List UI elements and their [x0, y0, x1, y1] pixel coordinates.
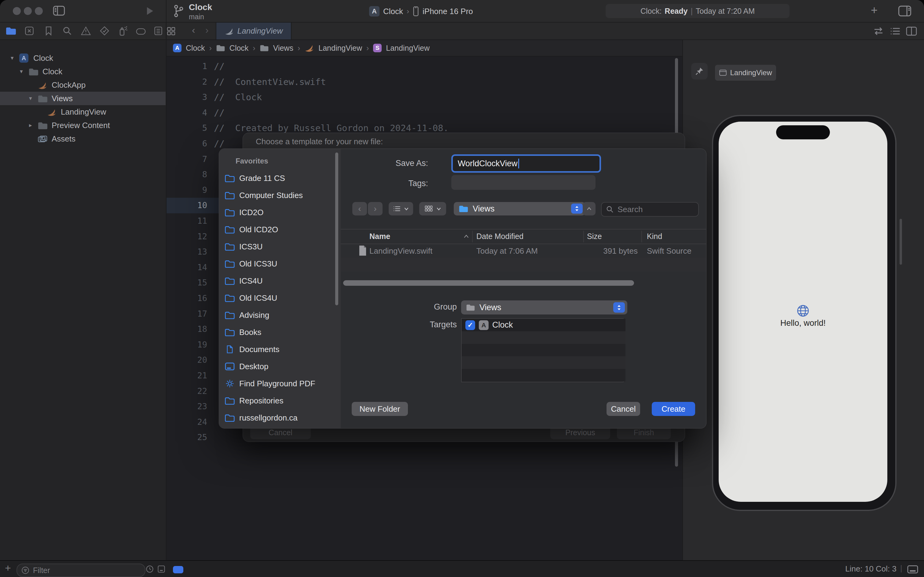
- save-as-field[interactable]: WorldClockView: [451, 154, 601, 172]
- group-popup[interactable]: Views: [461, 300, 627, 314]
- favorite-item-icd2o[interactable]: ICD2O: [225, 205, 332, 219]
- canvas-scrollbar[interactable]: [900, 219, 902, 265]
- column-date-modified[interactable]: Date Modified: [476, 232, 523, 241]
- file-row[interactable]: LandingView.swift Today at 7:06 AM 391 b…: [341, 243, 706, 258]
- sidebar-item-clock[interactable]: ▾AClock: [0, 52, 166, 65]
- close-button[interactable]: [13, 7, 21, 15]
- favorite-item-books[interactable]: Books: [225, 325, 332, 339]
- breadcrumb-item[interactable]: LandingView: [386, 44, 430, 53]
- filter-input[interactable]: [32, 566, 131, 575]
- scheme-selector[interactable]: A Clock › iPhone 16 Pro: [369, 5, 473, 17]
- favorite-item-old-icd2o[interactable]: Old ICD2O: [225, 222, 332, 237]
- preview-tab-pill[interactable]: LandingView: [715, 65, 776, 81]
- folder-icon: [38, 122, 48, 130]
- forward-button[interactable]: ›: [368, 202, 383, 216]
- add-file-button[interactable]: +: [5, 562, 11, 574]
- sidebar-item-assets[interactable]: Assets: [0, 132, 166, 145]
- favorite-item-russellgordon-ca[interactable]: russellgordon.ca: [225, 411, 332, 425]
- column-divider[interactable]: [641, 231, 642, 242]
- run-button[interactable]: [146, 6, 154, 16]
- horizontal-scrollbar[interactable]: [343, 280, 634, 286]
- recent-files-icon[interactable]: [145, 565, 154, 573]
- bookmarks-navigator-icon[interactable]: [45, 26, 53, 36]
- search-input[interactable]: [617, 205, 688, 214]
- minimap-icon[interactable]: [890, 26, 901, 36]
- minimize-button[interactable]: [24, 7, 32, 15]
- reports-navigator-icon[interactable]: [154, 26, 163, 36]
- toggle-inspector-icon[interactable]: [898, 5, 912, 17]
- pin-preview-button[interactable]: [691, 63, 708, 79]
- editor-options-icon[interactable]: [907, 565, 919, 574]
- filter-field[interactable]: [16, 564, 145, 577]
- grid-view-button[interactable]: [419, 202, 446, 216]
- tab-landingview[interactable]: LandingView: [216, 23, 291, 39]
- breadcrumb-item[interactable]: Clock: [229, 44, 249, 53]
- split-editor-icon[interactable]: [906, 26, 917, 36]
- editor-grid-icon[interactable]: [166, 26, 176, 36]
- filter-scope-icon[interactable]: [157, 565, 166, 573]
- list-view-button[interactable]: [389, 202, 413, 216]
- sidebar-item-preview-content[interactable]: ▸Preview Content: [0, 119, 166, 132]
- debug-navigator-icon[interactable]: [118, 26, 128, 36]
- create-button[interactable]: Create: [652, 402, 695, 416]
- sidebar-divider[interactable]: [166, 0, 167, 560]
- location-popup[interactable]: Views: [454, 202, 585, 216]
- breadcrumb-item[interactable]: Views: [273, 44, 293, 53]
- related-items-icon[interactable]: [872, 26, 884, 36]
- editor-scrollbar[interactable]: [675, 58, 678, 143]
- favorite-item-desktop[interactable]: Desktop: [225, 359, 332, 374]
- favorite-item-old-ics3u[interactable]: Old ICS3U: [225, 257, 332, 271]
- breadcrumb-item[interactable]: LandingView: [319, 44, 362, 53]
- target-checkbox[interactable]: ✓: [465, 320, 475, 330]
- breadcrumb-item[interactable]: Clock: [186, 44, 205, 53]
- favorite-item-grade-11-cs[interactable]: Grade 11 CS: [225, 171, 332, 185]
- sidebar-item-landingview[interactable]: LandingView: [0, 105, 166, 119]
- column-size[interactable]: Size: [587, 232, 602, 241]
- new-folder-button[interactable]: New Folder: [352, 402, 408, 416]
- favorite-item-documents[interactable]: Documents: [225, 342, 332, 356]
- dynamic-island: [776, 125, 830, 139]
- favorite-item-advising[interactable]: Advising: [225, 308, 332, 322]
- breadcrumb[interactable]: A Clock › Clock › Views › LandingView › …: [166, 40, 689, 56]
- find-navigator-icon[interactable]: [62, 26, 72, 36]
- disclosure-open-icon[interactable]: ▾: [20, 68, 23, 75]
- back-button[interactable]: ‹: [352, 202, 367, 216]
- sidebar-item-clock[interactable]: ▾Clock: [0, 65, 166, 78]
- column-name[interactable]: Name: [369, 232, 390, 241]
- up-directory-button[interactable]: [583, 202, 596, 216]
- sidebar-item-views[interactable]: ▾Views: [0, 92, 166, 105]
- favorite-item-ics4u[interactable]: ICS4U: [225, 274, 332, 288]
- zoom-button[interactable]: [35, 7, 43, 15]
- favorite-item-repositories[interactable]: Repositories: [225, 393, 332, 408]
- column-divider[interactable]: [472, 231, 473, 242]
- folder-icon: [459, 205, 468, 213]
- editor-scrollbar[interactable]: [675, 439, 678, 467]
- favorite-item-find-playground-pdf[interactable]: Find Playground PDF: [225, 377, 332, 390]
- cancel-button[interactable]: Cancel: [607, 402, 640, 416]
- favorite-item-computer-studies[interactable]: Computer Studies: [225, 188, 332, 202]
- add-button[interactable]: +: [871, 4, 877, 17]
- tests-navigator-icon[interactable]: [100, 26, 109, 36]
- toggle-navigator-icon[interactable]: [53, 5, 65, 16]
- favorites-scrollbar[interactable]: [335, 153, 338, 305]
- code-line: // ContentView.swift: [214, 74, 326, 90]
- changes-navigator-icon[interactable]: [24, 26, 34, 36]
- file-table-header[interactable]: Name Date Modified Size Kind: [341, 229, 706, 244]
- column-divider[interactable]: [583, 231, 584, 242]
- disclosure-closed-icon[interactable]: ▸: [29, 122, 32, 129]
- sidebar-item-clockapp[interactable]: ClockApp: [0, 78, 166, 92]
- forward-history-icon[interactable]: ›: [205, 24, 209, 36]
- target-row-clock[interactable]: ✓ A Clock: [462, 319, 625, 331]
- favorite-item-ics3u[interactable]: ICS3U: [225, 240, 332, 254]
- disclosure-open-icon[interactable]: ▾: [29, 95, 32, 102]
- issues-navigator-icon[interactable]: [80, 26, 91, 35]
- tags-field[interactable]: [451, 175, 596, 190]
- disclosure-open-icon[interactable]: ▾: [11, 55, 14, 61]
- back-history-icon[interactable]: ‹: [192, 24, 195, 36]
- column-kind[interactable]: Kind: [647, 232, 662, 241]
- project-navigator-icon[interactable]: [5, 27, 16, 35]
- favorite-item-old-ics4u[interactable]: Old ICS4U: [225, 291, 332, 305]
- breakpoints-navigator-icon[interactable]: [136, 28, 146, 35]
- search-field[interactable]: [601, 202, 699, 217]
- targets-list[interactable]: ✓ A Clock: [461, 318, 624, 382]
